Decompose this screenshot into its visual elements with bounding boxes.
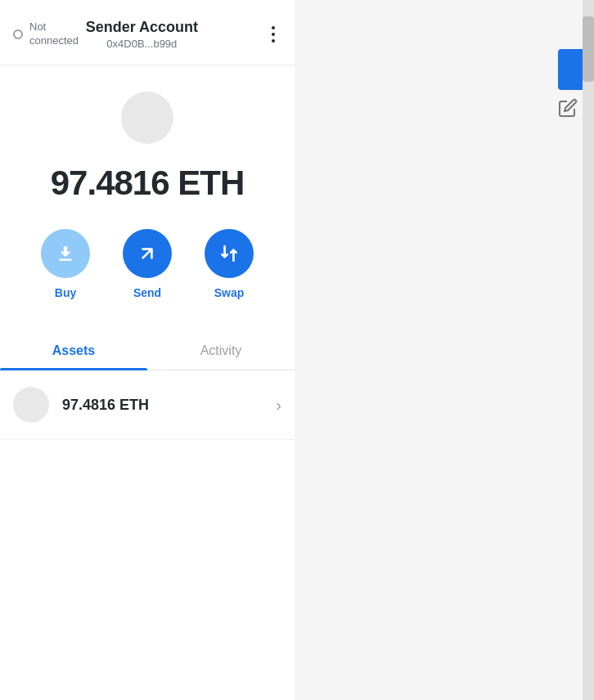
swap-button[interactable]: Swap: [205, 229, 254, 299]
send-icon: [137, 243, 158, 264]
asset-eth-item[interactable]: 97.4816 ETH ›: [0, 370, 295, 440]
swap-icon: [218, 243, 240, 264]
eth-avatar: [13, 387, 49, 423]
wallet-panel: Not connected Sender Account 0x4D0B...b9…: [0, 0, 295, 700]
assets-list: 97.4816 ETH ›: [0, 370, 295, 440]
avatar: [121, 92, 173, 144]
scrollbar-track: [583, 0, 594, 700]
buy-label: Buy: [55, 286, 76, 299]
balance-section: 97.4816 ETH: [0, 157, 295, 229]
pencil-icon: [558, 98, 578, 118]
menu-dot-icon: [272, 26, 275, 29]
avatar-section: [0, 65, 295, 157]
tab-activity[interactable]: Activity: [147, 332, 295, 370]
eth-balance: 97.4816 ETH: [62, 397, 276, 414]
not-connected-label: Not connected: [29, 20, 79, 48]
tab-assets[interactable]: Assets: [0, 332, 147, 370]
send-circle: [123, 229, 172, 278]
swap-label: Swap: [214, 286, 245, 299]
account-info: Sender Account 0x4D0B...b99d: [79, 19, 205, 50]
header: Not connected Sender Account 0x4D0B...b9…: [0, 0, 295, 65]
menu-dot-icon: [272, 39, 275, 43]
scrollbar-thumb[interactable]: [583, 16, 594, 82]
send-label: Send: [133, 286, 161, 299]
buy-button[interactable]: Buy: [41, 229, 90, 299]
sidebar-blue-tab[interactable]: [558, 49, 583, 90]
connection-status: Not connected: [13, 20, 79, 48]
menu-dot-icon: [272, 33, 275, 36]
status-dot-icon: [13, 29, 23, 39]
balance-amount: 97.4816 ETH: [51, 164, 245, 203]
download-icon: [55, 243, 76, 264]
actions-section: Buy Send Swap: [0, 229, 295, 332]
swap-circle: [205, 229, 254, 278]
account-name: Sender Account: [86, 19, 198, 36]
send-button[interactable]: Send: [123, 229, 172, 299]
menu-button[interactable]: [205, 20, 281, 49]
tabs-bar: Assets Activity: [0, 332, 295, 370]
buy-circle: [41, 229, 90, 278]
account-address: 0x4D0B...b99d: [106, 38, 177, 50]
chevron-right-icon: ›: [276, 396, 281, 415]
right-sidebar: [295, 0, 594, 700]
